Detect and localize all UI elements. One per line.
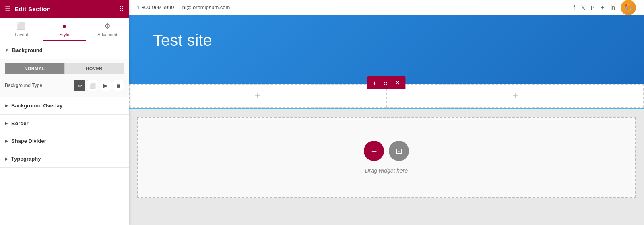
section-close-btn[interactable]: ✕ (393, 78, 402, 87)
drag-btns: + ⊡ (364, 141, 409, 161)
panel-title: Edit Section (14, 6, 51, 12)
tab-layout-label: Layout (15, 32, 28, 37)
avatar-icon[interactable]: 🪁 (621, 0, 636, 15)
panel-header: ☰ Edit Section ⠿ (0, 0, 129, 18)
tab-style[interactable]: ● Style (43, 18, 86, 41)
bg-type-video-btn[interactable]: ▶ (100, 80, 111, 91)
background-content: NORMAL HOVER Background Type ✏ ⬜ ▶ ◼ (0, 59, 129, 97)
drag-folder-btn[interactable]: ⊡ (389, 141, 409, 161)
typography-header[interactable]: ▶ Typography (0, 150, 129, 167)
background-overlay-arrow-icon: ▶ (5, 103, 8, 108)
col-left[interactable]: + (129, 84, 386, 108)
border-arrow-icon: ▶ (5, 121, 8, 126)
bg-type-row: Background Type ✏ ⬜ ▶ ◼ (5, 80, 124, 91)
social-pinterest-icon[interactable]: P (591, 4, 594, 11)
tab-advanced-label: Advanced (97, 32, 117, 37)
typography-label: Typography (11, 156, 41, 162)
top-bar: 1-800-999-9999 — hi@loremipsum.com f 𝕏 P… (129, 0, 644, 15)
drag-add-btn[interactable]: + (364, 141, 384, 161)
bg-type-color-btn[interactable]: ✏ (74, 80, 85, 91)
grid-icon[interactable]: ⠿ (119, 5, 124, 13)
tab-bar: ⬜ Layout ● Style ⚙ Advanced (0, 18, 129, 41)
mode-toggle: NORMAL HOVER (5, 63, 124, 74)
drag-area: + ⊡ Drag widget here (137, 117, 636, 198)
social-linkedin-icon[interactable]: in (611, 4, 615, 11)
border-label: Border (11, 120, 29, 126)
border-header[interactable]: ▶ Border (0, 115, 129, 132)
panel-header-left: ☰ Edit Section (5, 5, 51, 13)
tab-style-label: Style (60, 32, 69, 37)
style-icon: ● (62, 22, 67, 31)
hero-section: Test site + ⠿ ✕ (129, 15, 644, 84)
floating-toolbar: + ⠿ ✕ (367, 76, 405, 89)
col-left-add-icon[interactable]: + (255, 90, 260, 101)
bg-type-label: Background Type (5, 83, 70, 88)
canvas-area: 1-800-999-9999 — hi@loremipsum.com f 𝕏 P… (129, 0, 644, 225)
section-background: ▼ Background NORMAL HOVER Background Typ… (0, 41, 129, 97)
col-right[interactable]: + (386, 84, 644, 108)
shape-divider-header[interactable]: ▶ Shape Divider (0, 132, 129, 150)
background-label: Background (12, 47, 43, 53)
bg-type-image-btn[interactable]: ⬜ (87, 80, 98, 91)
panel-body: ▼ Background NORMAL HOVER Background Typ… (0, 41, 129, 225)
mode-normal-btn[interactable]: NORMAL (5, 63, 64, 74)
top-bar-contact: 1-800-999-9999 — hi@loremipsum.com (137, 4, 230, 10)
section-border: ▶ Border (0, 115, 129, 132)
section-typography: ▶ Typography (0, 150, 129, 168)
bg-type-icons: ✏ ⬜ ▶ ◼ (74, 80, 124, 91)
section-background-overlay: ▶ Background Overlay (0, 97, 129, 115)
mode-hover-btn[interactable]: HOVER (64, 63, 124, 74)
background-header[interactable]: ▼ Background (0, 41, 129, 59)
section-shape-divider: ▶ Shape Divider (0, 132, 129, 150)
social-twitter-icon[interactable]: 𝕏 (581, 4, 585, 11)
top-bar-social: f 𝕏 P ✦ in 🪁 (574, 0, 636, 15)
section-highlight-line (129, 108, 644, 109)
hamburger-icon[interactable]: ☰ (5, 5, 10, 13)
bg-type-gradient-btn[interactable]: ◼ (113, 80, 124, 91)
section-drag-btn[interactable]: ⠿ (382, 79, 389, 87)
layout-icon: ⬜ (17, 22, 26, 31)
shape-divider-label: Shape Divider (11, 138, 46, 144)
social-yelp-icon[interactable]: ✦ (600, 4, 605, 11)
left-panel: ☰ Edit Section ⠿ ⬜ Layout ● Style ⚙ Adva… (0, 0, 129, 225)
tab-layout[interactable]: ⬜ Layout (0, 18, 43, 41)
typography-arrow-icon: ▶ (5, 157, 8, 161)
background-arrow-icon: ▼ (5, 48, 9, 52)
shape-divider-arrow-icon: ▶ (5, 139, 8, 143)
hero-title: Test site (153, 31, 620, 50)
col-right-add-icon[interactable]: + (512, 90, 518, 101)
advanced-icon: ⚙ (104, 22, 111, 31)
social-facebook-icon[interactable]: f (574, 4, 575, 11)
section-add-btn[interactable]: + (371, 79, 378, 87)
drag-label: Drag widget here (365, 167, 408, 174)
background-overlay-label: Background Overlay (11, 103, 62, 109)
background-overlay-header[interactable]: ▶ Background Overlay (0, 97, 129, 114)
canvas: Test site + ⠿ ✕ + + + ⊡ Drag widget h (129, 15, 644, 225)
tab-advanced[interactable]: ⚙ Advanced (86, 18, 129, 41)
